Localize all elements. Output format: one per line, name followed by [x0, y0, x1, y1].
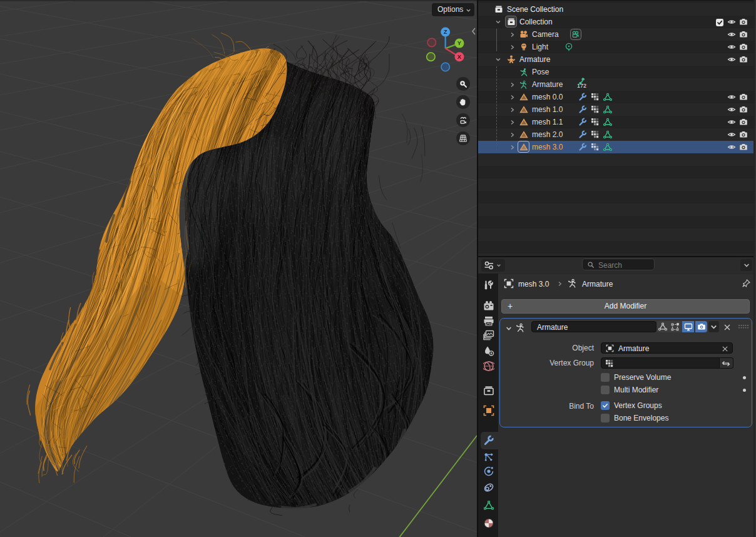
svg-text:Z: Z [444, 28, 447, 35]
svg-text:X: X [457, 53, 462, 60]
svg-text:Y: Y [457, 39, 462, 46]
